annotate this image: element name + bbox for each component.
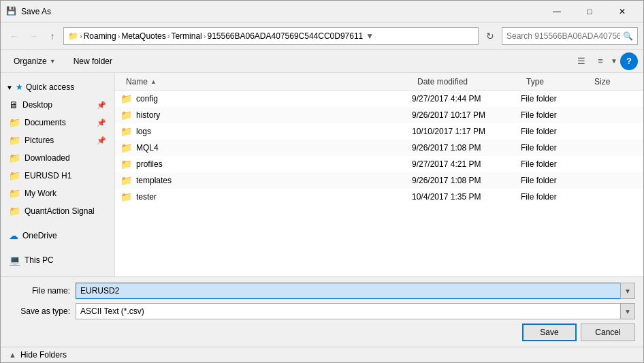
folder-icon: 📁 xyxy=(120,142,132,153)
mywork-icon: 📁 xyxy=(9,188,20,199)
filename-input-wrap: ▼ xyxy=(76,283,635,299)
col-header-name[interactable]: Name ▲ xyxy=(120,73,412,90)
sidebar-label-desktop: Desktop xyxy=(22,100,52,110)
view-dropdown-icon[interactable]: ▼ xyxy=(611,57,617,65)
chevron-up-icon: ▲ xyxy=(9,351,16,359)
table-row[interactable]: 📁 history 9/26/2017 10:17 PM File folder xyxy=(115,107,643,123)
filetype-row: Save as type: ASCII Text (*.csv)CSV (*.c… xyxy=(9,303,635,319)
save-as-dialog: 💾 Save As — □ ✕ ← → ↑ 📁 › Roaming › Meta… xyxy=(0,0,644,363)
file-date: 9/27/2017 4:21 PM xyxy=(412,159,521,169)
refresh-button[interactable]: ↻ xyxy=(481,27,499,45)
quick-access-header[interactable]: ▼ ★ Quick access xyxy=(1,78,114,96)
filename-dropdown-icon[interactable]: ▼ xyxy=(620,283,635,299)
back-button[interactable]: ← xyxy=(6,28,22,44)
breadcrumb-terminal[interactable]: Terminal xyxy=(171,31,202,41)
search-box: 🔍 xyxy=(502,27,638,45)
table-row[interactable]: 📁 logs 10/10/2017 1:17 PM File folder xyxy=(115,123,643,140)
sidebar-label-pictures: Pictures xyxy=(25,136,54,145)
filename-input[interactable] xyxy=(76,283,635,299)
close-button[interactable]: ✕ xyxy=(607,2,638,21)
folder-icon: 📁 xyxy=(120,175,132,186)
view-list-button[interactable]: ☰ xyxy=(573,52,590,70)
minimize-button[interactable]: — xyxy=(541,2,573,21)
organize-arrow-icon: ▼ xyxy=(50,58,56,65)
quick-access-star: ★ xyxy=(16,82,23,92)
file-area: Name ▲ Date modified Type Size 📁 config xyxy=(115,73,643,277)
breadcrumb-roaming[interactable]: Roaming xyxy=(84,31,116,41)
folder-icon: 📁 xyxy=(120,126,132,137)
file-name: 📁 MQL4 xyxy=(120,142,412,153)
breadcrumb-expand[interactable]: ▼ xyxy=(364,27,375,45)
sidebar-label-mywork: My Work xyxy=(25,189,57,198)
view-details-button[interactable]: ≡ xyxy=(592,52,609,70)
maximize-button[interactable]: □ xyxy=(574,2,605,21)
pin-icon-desktop: 📌 xyxy=(97,101,106,110)
view-options: ☰ ≡ ▼ xyxy=(573,52,617,70)
forward-button[interactable]: → xyxy=(25,28,42,44)
search-icon: 🔍 xyxy=(623,31,633,41)
hide-folders-row[interactable]: ▲ Hide Folders xyxy=(1,347,643,362)
title-bar-left: 💾 Save As xyxy=(6,6,51,17)
pin-icon-documents: 📌 xyxy=(97,119,106,127)
file-date: 10/4/2017 1:35 PM xyxy=(412,192,521,202)
col-header-type[interactable]: Type xyxy=(521,73,589,90)
sidebar-item-quantaction[interactable]: 📁 QuantAction Signal xyxy=(1,202,114,220)
title-controls: — □ ✕ xyxy=(541,2,638,21)
folder-icon: 📁 xyxy=(120,93,132,104)
downloaded-icon: 📁 xyxy=(9,153,20,163)
onedrive-icon: ☁ xyxy=(9,230,18,241)
filetype-dropdown-icon[interactable]: ▼ xyxy=(620,303,635,319)
sidebar-item-eurusd[interactable]: 📁 EURUSD H1 xyxy=(1,167,114,185)
file-type: File folder xyxy=(521,110,589,120)
quick-access-label: Quick access xyxy=(26,82,74,92)
sidebar-label-thispc: This PC xyxy=(25,255,54,265)
new-folder-button[interactable]: New folder xyxy=(66,52,120,70)
thispc-icon: 💻 xyxy=(9,255,20,266)
file-type: File folder xyxy=(521,159,589,169)
file-name: 📁 templates xyxy=(120,175,412,186)
search-input[interactable] xyxy=(506,31,620,41)
file-type: File folder xyxy=(521,192,589,202)
sidebar-item-downloaded[interactable]: 📁 Downloaded xyxy=(1,149,114,167)
sidebar-item-thispc[interactable]: 💻 This PC xyxy=(1,251,114,269)
file-type: File folder xyxy=(521,127,589,136)
window-title: Save As xyxy=(21,7,51,16)
sidebar-item-pictures[interactable]: 📁 Pictures 📌 xyxy=(1,131,114,149)
sidebar-item-mywork[interactable]: 📁 My Work xyxy=(1,185,114,202)
documents-icon: 📁 xyxy=(9,117,20,128)
file-name: 📁 config xyxy=(120,93,412,104)
file-list: 📁 config 9/27/2017 4:44 PM File folder 📁… xyxy=(115,91,643,277)
table-row[interactable]: 📁 MQL4 9/26/2017 1:08 PM File folder xyxy=(115,140,643,156)
breadcrumb[interactable]: 📁 › Roaming › MetaQuotes › Terminal › 91… xyxy=(63,27,479,45)
table-row[interactable]: 📁 tester 10/4/2017 1:35 PM File folder xyxy=(115,189,643,205)
sidebar: ▼ ★ Quick access 🖥 Desktop 📌 📁 Documents… xyxy=(1,73,115,277)
pin-icon-pictures: 📌 xyxy=(97,136,106,145)
filetype-select[interactable]: ASCII Text (*.csv)CSV (*.csv)Text (*.txt… xyxy=(76,303,635,319)
table-row[interactable]: 📁 config 9/27/2017 4:44 PM File folder xyxy=(115,91,643,107)
sidebar-label-quantaction: QuantAction Signal xyxy=(25,206,95,216)
breadcrumb-metaquotes[interactable]: MetaQuotes xyxy=(121,31,165,41)
save-button[interactable]: Save xyxy=(522,323,577,341)
quantaction-icon: 📁 xyxy=(9,206,20,217)
table-row[interactable]: 📁 profiles 9/27/2017 4:21 PM File folder xyxy=(115,156,643,172)
col-header-size[interactable]: Size xyxy=(589,73,643,90)
table-row[interactable]: 📁 templates 9/26/2017 1:08 PM File folde… xyxy=(115,172,643,189)
file-list-header: Name ▲ Date modified Type Size xyxy=(115,73,643,91)
file-date: 9/27/2017 4:44 PM xyxy=(412,94,521,104)
up-button[interactable]: ↑ xyxy=(44,28,61,44)
cancel-button[interactable]: Cancel xyxy=(581,323,635,341)
file-name: 📁 profiles xyxy=(120,159,412,170)
window-icon: 💾 xyxy=(6,6,17,17)
sidebar-item-onedrive[interactable]: ☁ OneDrive xyxy=(1,227,114,244)
organize-label: Organize xyxy=(14,57,47,66)
help-button[interactable]: ? xyxy=(620,52,638,70)
breadcrumb-hash[interactable]: 915566BA06ADA407569C544CC0D97611 xyxy=(207,31,363,41)
sidebar-item-desktop[interactable]: 🖥 Desktop 📌 xyxy=(1,96,114,114)
sidebar-item-documents[interactable]: 📁 Documents 📌 xyxy=(1,114,114,131)
file-name: 📁 history xyxy=(120,110,412,121)
col-header-date[interactable]: Date modified xyxy=(412,73,521,90)
sidebar-label-eurusd: EURUSD H1 xyxy=(25,171,71,180)
folder-icon: 📁 xyxy=(120,159,132,170)
filename-row: File name: ▼ xyxy=(9,283,635,299)
organize-button[interactable]: Organize ▼ xyxy=(6,52,63,70)
